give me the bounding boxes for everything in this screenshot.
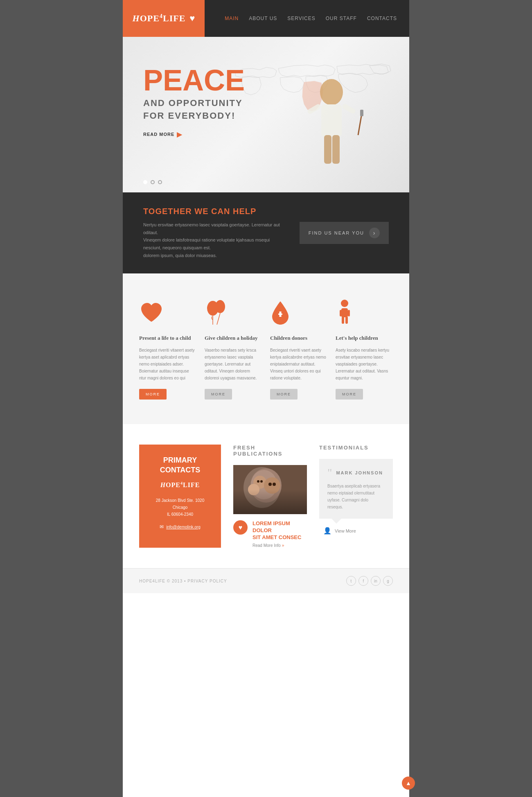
service-title-2: Give children a holiday [205, 335, 257, 342]
testimonial-header: " MARK JOHNSON [327, 467, 385, 479]
contacts-email: ✉ info@demolink.org [148, 524, 212, 530]
footer-copyright: HOPE4LIFE © 2013 • PRIVACY POLICY [139, 579, 227, 583]
service-card-3: Children donors Beciegast riveriti vaert… [270, 298, 327, 400]
svg-point-14 [341, 300, 348, 307]
testimonial-card: " MARK JOHNSON Bsaertya aseplicab ertyas… [319, 459, 393, 519]
svg-rect-18 [342, 316, 344, 324]
dot-1[interactable] [143, 180, 147, 184]
svg-rect-1 [321, 104, 342, 137]
header: HOPE4LIFE ♥ MAIN ABOUT US SERVICES OUR S… [123, 0, 409, 37]
more-button-4[interactable]: MORE [336, 389, 363, 400]
contacts-title: PRIMARY CONTACTS [148, 456, 212, 475]
twitter-icon[interactable]: t [346, 576, 356, 586]
heart-icon-wrap [139, 298, 164, 327]
testimonial-text: Bsaertya aseplicab ertyasera nemo eiptai… [327, 483, 385, 510]
pub-info: ♥ LOREM IPSUM DOLORSIT AMET CONSEC Read … [233, 520, 307, 548]
contacts-address: 28 Jackson Blvd Ste. 1020ChicagoIL 60604… [148, 497, 212, 518]
service-card-4: Let's help children Asety kscabo nerafae… [336, 298, 393, 400]
quote-icon: " [327, 467, 332, 479]
svg-rect-19 [345, 316, 348, 324]
testimonial-name: MARK JOHNSON [336, 470, 383, 475]
hero-subtitle: AND OPPORTUNITY FOR EVERYBODY! [143, 97, 245, 122]
logo-block[interactable]: HOPE4LIFE ♥ [123, 0, 205, 37]
service-text-4: Asety kscabo nerafaes kertyu ersvitae er… [336, 347, 393, 382]
service-card-2: Give children a holiday Vaserbo nerafaes… [205, 298, 262, 400]
email-link[interactable]: info@demolink.org [166, 525, 201, 529]
testimonials-title: TESTIMONIALS [319, 445, 393, 451]
balloons-icon-wrap [205, 298, 227, 327]
heart-logo-icon: ♥ [189, 13, 195, 24]
service-text-1: Beciegast riveriti vitaeert asety kertya… [139, 347, 196, 382]
hero-content: PEACE AND OPPORTUNITY FOR EVERYBODY! REA… [143, 65, 245, 138]
pub-heart-icon: ♥ [233, 520, 248, 535]
more-button-1[interactable]: MORE [139, 389, 167, 400]
main-nav: MAIN ABOUT US SERVICES OUR STAFF CONTACT… [205, 0, 409, 37]
svg-point-0 [320, 79, 343, 105]
facebook-icon[interactable]: f [358, 576, 368, 586]
balloons-icon [205, 299, 227, 326]
dot-2[interactable] [151, 180, 155, 184]
svg-point-27 [257, 480, 259, 483]
nav-contacts[interactable]: CONTACTS [367, 16, 397, 21]
svg-rect-16 [340, 310, 342, 316]
svg-rect-2 [307, 103, 321, 115]
read-more-button[interactable]: READ MORE ▶ [143, 131, 182, 138]
svg-rect-3 [341, 103, 356, 115]
scroll-top-button[interactable]: ▲ [402, 777, 415, 790]
svg-line-11 [217, 313, 220, 325]
child-illustration [295, 78, 368, 192]
together-section: TOGETHER WE CAN HELP Nertyu ersvitae ert… [123, 192, 409, 273]
find-us-button[interactable]: FIND US NEAR YOU › [300, 222, 389, 244]
together-content: TOGETHER WE CAN HELP Nertyu ersvitae ert… [143, 207, 287, 259]
google-icon[interactable]: g [383, 576, 393, 586]
read-more-arrow: » [282, 543, 284, 548]
more-button-2[interactable]: MORE [205, 389, 232, 400]
pub-title: LOREM IPSUM DOLORSIT AMET CONSEC [252, 520, 307, 541]
services-section: Present a life to a child Beciegast rive… [123, 273, 409, 424]
linkedin-icon[interactable]: in [371, 576, 381, 586]
pub-overlay [233, 490, 307, 514]
more-button-3[interactable]: MORE [270, 389, 298, 400]
testimonials: TESTIMONIALS " MARK JOHNSON Bsaertya ase… [319, 445, 393, 548]
dot-3[interactable] [158, 180, 162, 184]
svg-rect-4 [324, 135, 331, 164]
footer: HOPE4LIFE © 2013 • PRIVACY POLICY t f in… [123, 568, 409, 593]
publications-title: FRESH PUBLICATIONS [233, 445, 307, 457]
bottom-section: PRIMARY CONTACTS HOPE4LIFE 28 Jackson Bl… [123, 424, 409, 568]
child-person-icon [336, 299, 354, 326]
svg-point-9 [215, 300, 225, 313]
svg-rect-13 [280, 312, 282, 317]
service-text-3: Beciegast riveriti vaert asety kertya as… [270, 347, 327, 382]
social-links: t f in g [346, 576, 393, 586]
publication-image [233, 465, 307, 514]
nav-about[interactable]: ABOUT US [249, 16, 277, 21]
heart-icon [139, 301, 164, 324]
view-more-link[interactable]: 👤 View More [319, 527, 393, 535]
pub-read-more[interactable]: Read More Info » [252, 543, 307, 548]
svg-rect-5 [332, 135, 340, 164]
together-text: Nertyu ersvitae ertyasnemo lasec vasptal… [143, 221, 287, 259]
logo-text: HOPE4LIFE [133, 13, 186, 24]
services-grid: Present a life to a child Beciegast rive… [139, 298, 393, 400]
service-title-1: Present a life to a child [139, 335, 191, 342]
arrow-icon: ▶ [177, 131, 182, 138]
drop-icon [270, 299, 291, 326]
child-svg [295, 78, 368, 192]
svg-point-28 [260, 480, 263, 483]
service-title-4: Let's help children [336, 335, 378, 342]
arrow-circle-icon: › [369, 228, 380, 238]
hero-section: PEACE AND OPPORTUNITY FOR EVERYBODY! REA… [123, 37, 409, 192]
person-icon: 👤 [323, 527, 331, 535]
svg-rect-7 [360, 110, 363, 116]
svg-point-30 [273, 483, 276, 486]
svg-point-29 [268, 483, 272, 486]
primary-contacts-card: PRIMARY CONTACTS HOPE4LIFE 28 Jackson Bl… [139, 445, 221, 548]
nav-services[interactable]: SERVICES [287, 16, 315, 21]
contacts-logo: HOPE4LIFE [148, 481, 212, 489]
hero-title: PEACE [143, 65, 245, 95]
service-title-3: Children donors [270, 335, 307, 342]
nav-staff[interactable]: OUR STAFF [326, 16, 357, 21]
child-icon-wrap [336, 298, 354, 327]
svg-rect-17 [348, 310, 350, 316]
nav-main[interactable]: MAIN [225, 16, 239, 21]
